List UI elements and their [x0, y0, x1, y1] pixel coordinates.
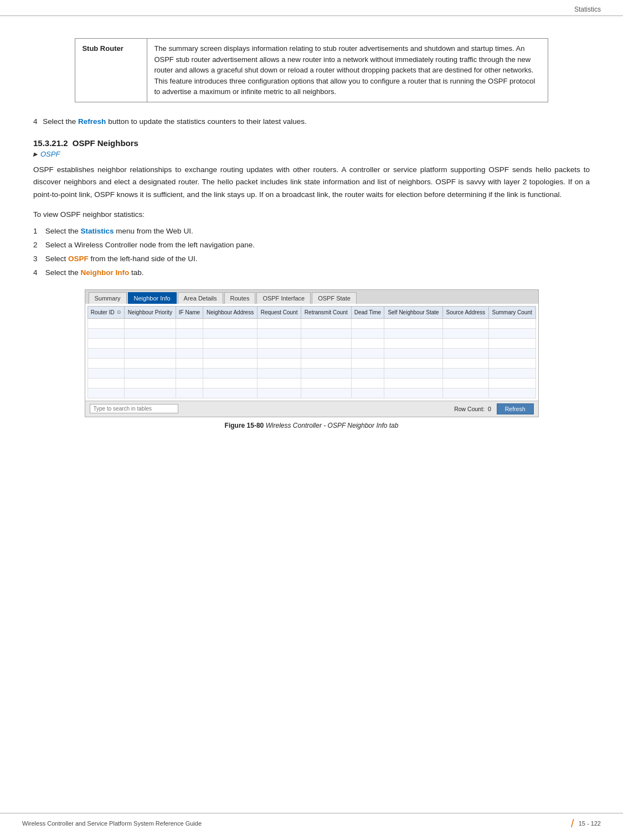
neighbor-table: Router ID ⊙ Neighbour Priority IF Name N… — [87, 306, 536, 398]
figure-label: Figure 15-80 — [225, 422, 264, 429]
table-row — [87, 368, 536, 378]
col-request-count: Request Count — [258, 306, 301, 318]
list-item: 1 Select the Statistics menu from the We… — [33, 225, 590, 238]
row-count-label: Row Count: 0 — [454, 406, 491, 412]
list-item: 2 Select a Wireless Controller node from… — [33, 239, 590, 252]
tab-ospf-interface[interactable]: OSPF Interface — [256, 292, 311, 304]
table-row — [87, 328, 536, 338]
table-footer: Row Count: 0 Refresh — [85, 401, 538, 417]
col-neighbour-address: Neighbour Address — [203, 306, 258, 318]
step4-num: 4 — [33, 117, 38, 126]
table-description-cell: The summary screen displays information … — [147, 39, 548, 102]
table-row — [87, 318, 536, 328]
step4-highlight: Refresh — [78, 117, 106, 126]
ui-screenshot: Summary Neighbor Info Area Details Route… — [85, 289, 539, 417]
figure-description: Wireless Controller - OSPF Neighbor Info… — [266, 422, 399, 429]
footer-left-text: Wireless Controller and Service Platform… — [22, 820, 202, 827]
footer-right: / 15 - 122 — [571, 818, 601, 829]
footer-slash-icon: / — [571, 818, 574, 829]
tab-ospf-state[interactable]: OSPF State — [312, 292, 357, 304]
tab-area-details[interactable]: Area Details — [178, 292, 223, 304]
page-footer: Wireless Controller and Service Platform… — [0, 813, 623, 829]
step4-suffix: button to update the statistics counters… — [108, 117, 307, 126]
intro-line: To view OSPF neighbor statistics: — [33, 209, 590, 221]
figure-caption: Figure 15-80 Wireless Controller - OSPF … — [225, 422, 399, 429]
section-number: 15.3.21.2 — [33, 138, 68, 148]
refresh-button[interactable]: Refresh — [497, 403, 534, 414]
table-row — [87, 388, 536, 398]
header-title: Statistics — [574, 6, 601, 13]
section-title: OSPF Neighbors — [73, 138, 138, 148]
col-if-name: IF Name — [176, 306, 203, 318]
ospf-breadcrumb: OSPF — [33, 150, 590, 158]
step4-line: 4 Select the Refresh button to update th… — [33, 116, 590, 128]
col-retransmit-count: Retransmit Count — [301, 306, 351, 318]
table-row — [87, 348, 536, 358]
tab-neighbor-info[interactable]: Neighbor Info — [128, 292, 177, 304]
list-item: 3 Select OSPF from the left-hand side of… — [33, 253, 590, 266]
tab-bar: Summary Neighbor Info Area Details Route… — [85, 290, 538, 304]
tab-routes[interactable]: Routes — [224, 292, 256, 304]
sort-icon: ⊙ — [117, 309, 121, 316]
step4-text: Select the — [43, 117, 76, 126]
steps-list: 1 Select the Statistics menu from the We… — [33, 225, 590, 279]
table-row — [87, 358, 536, 368]
step3-highlight: OSPF — [68, 255, 89, 263]
step4b-highlight: Neighbor Info — [81, 268, 130, 277]
col-self-neighbour-state: Self Neighbour State — [384, 306, 443, 318]
col-summary-count: Summary Count — [488, 306, 536, 318]
footer-page-num: 15 - 122 — [579, 820, 601, 827]
tab-summary[interactable]: Summary — [89, 292, 127, 304]
data-table-area: Router ID ⊙ Neighbour Priority IF Name N… — [85, 304, 538, 401]
page-header: Statistics — [0, 0, 623, 16]
body-paragraph: OSPF establishes neighbor relationships … — [33, 164, 590, 201]
col-neighbour-priority: Neighbour Priority — [124, 306, 176, 318]
screenshot-container: Summary Neighbor Info Area Details Route… — [33, 289, 590, 429]
breadcrumb-label: OSPF — [40, 150, 60, 158]
section-heading: 15.3.21.2 OSPF Neighbors — [33, 138, 590, 148]
col-router-id: Router ID ⊙ — [87, 306, 124, 318]
col-dead-time: Dead Time — [351, 306, 384, 318]
step1-highlight: Statistics — [81, 227, 114, 235]
table-label-cell: Stub Router — [75, 39, 147, 102]
col-source-address: Source Address — [442, 306, 488, 318]
table-row — [87, 338, 536, 348]
list-item: 4 Select the Neighbor Info tab. — [33, 267, 590, 279]
page-content: Stub Router The summary screen displays … — [0, 16, 623, 468]
stub-router-table: Stub Router The summary screen displays … — [75, 38, 548, 102]
search-input[interactable] — [90, 404, 178, 413]
table-row — [87, 378, 536, 388]
